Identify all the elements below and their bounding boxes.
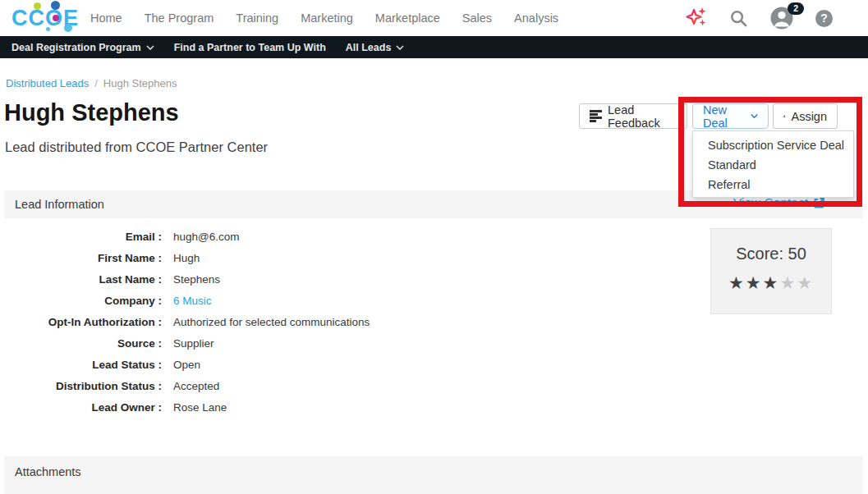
menu-item-subscription-service-deal[interactable]: Subscription Service Deal bbox=[693, 135, 853, 155]
lead-fields: Email : hugh@6.com First Name : Hugh Las… bbox=[0, 226, 624, 418]
field-row-email: Email : hugh@6.com bbox=[0, 226, 624, 247]
field-row-distribution-status: Distribution Status : Accepted bbox=[0, 375, 624, 396]
lead-score-card: Score: 50 ★★★★★ bbox=[710, 228, 832, 314]
subnav-all-leads[interactable]: All Leads bbox=[346, 42, 405, 53]
subnav-deal-registration-program[interactable]: Deal Registration Program bbox=[11, 42, 154, 53]
program-subnav: Deal Registration Program Find a Partner… bbox=[0, 36, 868, 58]
logo-dot bbox=[34, 2, 41, 10]
stars-empty: ★★ bbox=[779, 273, 814, 292]
logo-dot bbox=[53, 15, 59, 21]
breadcrumb-distributed-leads[interactable]: Distributed Leads bbox=[6, 77, 89, 89]
field-row-company: Company : 6 Music bbox=[0, 290, 624, 311]
sparkle-ai-icon[interactable] bbox=[686, 6, 708, 30]
help-icon[interactable]: ? bbox=[815, 10, 833, 27]
stars-filled: ★★★ bbox=[728, 273, 779, 292]
main-nav: Home The Program Training Marketing Mark… bbox=[90, 0, 558, 36]
nav-item-the-program[interactable]: The Program bbox=[145, 11, 214, 25]
ccoe-logo[interactable]: CCOE bbox=[11, 4, 76, 32]
chevron-down-icon bbox=[751, 113, 758, 119]
logo-dot bbox=[64, 24, 72, 32]
feedback-lines-icon bbox=[590, 110, 602, 122]
logo-dot bbox=[46, 27, 50, 31]
chevron-down-icon bbox=[146, 45, 154, 50]
attachments-section-header: Attachments bbox=[4, 456, 863, 494]
score-value: Score: 50 bbox=[711, 245, 831, 263]
header-icons: 2 ? bbox=[686, 0, 833, 36]
nav-item-training[interactable]: Training bbox=[236, 11, 278, 25]
nav-item-home[interactable]: Home bbox=[90, 11, 122, 25]
new-deal-dropdown-menu: Subscription Service Deal Standard Refer… bbox=[692, 130, 854, 198]
assign-button[interactable]: Assign bbox=[773, 103, 838, 129]
chevron-down-icon bbox=[396, 45, 404, 50]
subnav-find-a-partner[interactable]: Find a Partner to Team Up With bbox=[174, 42, 326, 53]
field-row-first-name: First Name : Hugh bbox=[0, 247, 624, 268]
logo-dot bbox=[51, 1, 60, 10]
nav-item-marketing[interactable]: Marketing bbox=[301, 11, 353, 25]
search-icon[interactable] bbox=[729, 9, 748, 28]
page-subtitle: Lead distributed from CCOE Partner Cente… bbox=[5, 140, 268, 155]
breadcrumb-current: Hugh Stephens bbox=[103, 77, 177, 89]
nav-item-sales[interactable]: Sales bbox=[462, 11, 492, 25]
field-row-opt-in-authorization: Opt-In Authorization : Authorized for se… bbox=[0, 311, 624, 332]
star-rating: ★★★★★ bbox=[711, 274, 831, 291]
field-row-source: Source : Supplier bbox=[0, 332, 624, 354]
nav-item-marketplace[interactable]: Marketplace bbox=[375, 11, 440, 25]
lead-feedback-button[interactable]: Lead Feedback bbox=[579, 103, 687, 129]
nav-item-analysis[interactable]: Analysis bbox=[514, 11, 558, 25]
page-title: Hugh Stephens bbox=[4, 99, 179, 126]
company-link[interactable]: 6 Music bbox=[173, 295, 212, 307]
external-link-icon bbox=[813, 197, 825, 209]
person-icon bbox=[783, 110, 785, 122]
menu-item-standard[interactable]: Standard bbox=[693, 155, 853, 175]
notification-badge: 2 bbox=[788, 2, 804, 15]
new-deal-button[interactable]: New Deal bbox=[692, 103, 769, 129]
breadcrumb-separator: / bbox=[94, 77, 98, 89]
breadcrumb: Distributed Leads / Hugh Stephens bbox=[6, 77, 177, 89]
top-header: CCOE Home The Program Training Marketing… bbox=[0, 0, 868, 36]
user-account-icon[interactable]: 2 bbox=[769, 6, 794, 30]
menu-item-referral[interactable]: Referral bbox=[693, 175, 853, 194]
field-row-lead-status: Lead Status : Open bbox=[0, 354, 624, 375]
field-row-lead-owner: Lead Owner : Rose Lane bbox=[0, 396, 624, 418]
field-row-last-name: Last Name : Stephens bbox=[0, 268, 624, 290]
app-root: CCOE Home The Program Training Marketing… bbox=[0, 0, 868, 494]
